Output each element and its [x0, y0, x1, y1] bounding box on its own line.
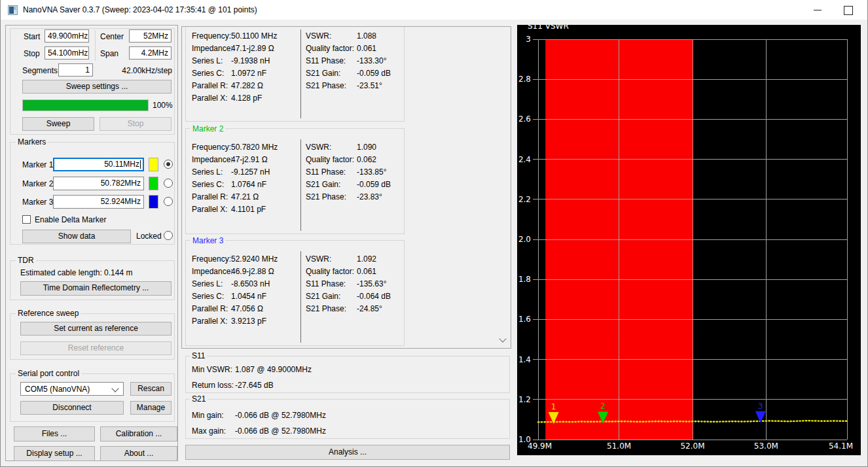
marker3-frequency-input[interactable]: 52.924MHz	[53, 195, 144, 209]
s11-vswr-chart[interactable]: 32.82.62.42.22.01.81.61.41.21.049.9M51.0…	[517, 25, 861, 455]
window-title: NanoVNA Saver 0.3.7 (Sweep: 2023-04-02 1…	[23, 5, 257, 14]
max-gain-label: Max gain:	[192, 426, 235, 436]
detail-value: 47.056 Ω	[231, 304, 263, 313]
x-tick-label: 54.1M	[829, 441, 853, 451]
detail-label: S21 Phase:	[306, 304, 357, 313]
detail-label: Series C:	[192, 180, 231, 189]
return-loss-label: Return loss:	[192, 381, 235, 390]
marker1-frequency-input[interactable]: 50.11MHz	[53, 158, 144, 171]
center-frequency-input[interactable]: 52MHz	[129, 29, 172, 43]
start-frequency-input[interactable]: 49.900mHz	[45, 29, 89, 43]
sweep-button[interactable]: Sweep	[22, 117, 94, 131]
detail-label: Parallel R:	[192, 192, 231, 201]
y-tick-label: 1.8	[518, 275, 531, 284]
marker2-right-column: VSWR:1.090Quality factor:0.062S11 Phase:…	[306, 141, 391, 203]
minimize-button[interactable]	[805, 0, 831, 20]
detail-value: 47.1-j2.89 Ω	[231, 44, 274, 53]
y-tick-label: 2.0	[518, 235, 531, 244]
marker3-radio[interactable]	[164, 197, 173, 206]
x-tick-label: 52.0M	[680, 441, 704, 451]
serial-port-dropdown[interactable]: COM5 (NanoVNA)	[20, 382, 124, 396]
stop-button[interactable]: Stop	[99, 117, 172, 131]
detail-row: Parallel R:47.056 Ω	[192, 302, 278, 315]
stop-label: Stop	[24, 49, 40, 58]
enable-delta-marker-checkbox[interactable]	[22, 215, 31, 224]
show-data-button[interactable]: Show data	[22, 230, 131, 243]
analysis-button[interactable]: Analysis ...	[185, 445, 510, 460]
detail-row: S21 Gain:-0.059 dB	[306, 67, 391, 79]
chevron-down-icon	[111, 385, 118, 392]
segments-input[interactable]: 1	[58, 63, 93, 77]
detail-value: -0.064 dB	[357, 292, 391, 301]
marker1-data-box: Frequency:50.1100 MHzImpedance:47.1-j2.8…	[185, 27, 405, 122]
detail-label: VSWR:	[306, 31, 357, 41]
s11-box-title: S11	[190, 351, 207, 360]
detail-row: Impedance:46.9-j2.88 Ω	[192, 265, 278, 277]
detail-label: Parallel X:	[192, 205, 231, 214]
marker1-color-swatch[interactable]	[149, 158, 158, 171]
marker2-color-swatch[interactable]	[149, 177, 158, 190]
scroll-down-icon[interactable]	[499, 335, 506, 342]
display-setup-button[interactable]: Display setup ...	[14, 446, 95, 461]
marker1-radio[interactable]	[164, 160, 173, 169]
detail-row: S11 Phase:-133.30°	[306, 54, 391, 67]
span-label: Span	[100, 49, 118, 58]
detail-row: VSWR:1.092	[306, 252, 391, 265]
marker3-left-column: Frequency:52.9240 MHzImpedance:46.9-j2.8…	[192, 252, 278, 327]
detail-label: S11 Phase:	[306, 279, 357, 288]
x-tick-label: 53.0M	[754, 441, 778, 451]
detail-label: Parallel R:	[192, 304, 231, 313]
detail-row: Series L:-9.1257 nH	[192, 165, 278, 178]
span-frequency-input[interactable]: 4.2MHz	[129, 46, 172, 60]
marker2-frequency-input[interactable]: 50.782MHz	[53, 177, 144, 190]
y-tick-label: 2.2	[518, 195, 531, 204]
detail-row: Series L:-9.1938 nH	[192, 54, 277, 67]
marker2-radio[interactable]	[164, 179, 173, 188]
chart-marker-1-label: 1	[551, 402, 556, 411]
rescan-button[interactable]: Rescan	[130, 382, 172, 396]
detail-label: Quality factor:	[306, 267, 357, 276]
y-tick-label: 2.8	[518, 75, 531, 84]
detail-value: 50.7820 MHz	[231, 143, 278, 152]
left-control-panel: Start 49.900mHz Center 52MHz Stop 54.100…	[5, 25, 178, 461]
max-gain-value: -0.066 dB @ 52.7980MHz	[235, 426, 326, 436]
reset-reference-button[interactable]: Reset reference	[20, 341, 172, 355]
detail-row: S21 Gain:-0.064 dB	[306, 290, 391, 302]
tdr-group-title: TDR	[16, 256, 36, 265]
sweep-divider	[95, 30, 96, 61]
reference-group-title: Reference sweep	[16, 309, 81, 318]
detail-label: Parallel R:	[192, 81, 231, 90]
detail-row: S21 Phase:-24.85°	[306, 302, 391, 315]
disconnect-button[interactable]: Disconnect	[20, 401, 124, 415]
marker3-label: Marker 3	[22, 198, 53, 207]
detail-value: -8.6503 nH	[231, 279, 270, 288]
calibration-button[interactable]: Calibration ...	[100, 426, 177, 441]
detail-label: Series L:	[192, 56, 231, 65]
app-icon	[8, 5, 18, 15]
detail-label: Quality factor:	[306, 155, 357, 164]
tdr-button[interactable]: Time Domain Reflectometry ...	[20, 281, 172, 296]
marker3-color-swatch[interactable]	[149, 195, 158, 209]
detail-label: Parallel X:	[192, 94, 231, 103]
detail-value: -135.63°	[357, 279, 387, 288]
sweep-settings-button[interactable]: Sweep settings ...	[22, 80, 172, 94]
set-reference-button[interactable]: Set current as reference	[20, 322, 172, 336]
manage-button[interactable]: Manage	[130, 401, 172, 415]
maximize-button[interactable]	[835, 0, 861, 20]
detail-row: Frequency:52.9240 MHz	[192, 252, 278, 265]
column-divider	[300, 251, 301, 343]
marker1-label: Marker 1	[22, 160, 53, 169]
files-button[interactable]: Files ...	[14, 426, 95, 441]
min-vswr-value: 1.087 @ 49.9000MHz	[235, 365, 312, 374]
min-gain-label: Min gain:	[192, 411, 235, 420]
marker1-frequency-value: 50.11MHz	[104, 160, 139, 169]
locked-label: Locked	[136, 232, 162, 241]
locked-radio[interactable]	[164, 231, 173, 240]
detail-label: Impedance:	[192, 44, 231, 53]
sweep-progress-bar	[22, 99, 149, 111]
detail-row: Parallel X:3.9213 pF	[192, 315, 278, 327]
detail-row: Series L:-8.6503 nH	[192, 277, 278, 290]
stop-frequency-input[interactable]: 54.100mHz	[45, 46, 89, 60]
about-button[interactable]: About ...	[100, 446, 177, 461]
detail-value: -9.1257 nH	[231, 167, 270, 177]
